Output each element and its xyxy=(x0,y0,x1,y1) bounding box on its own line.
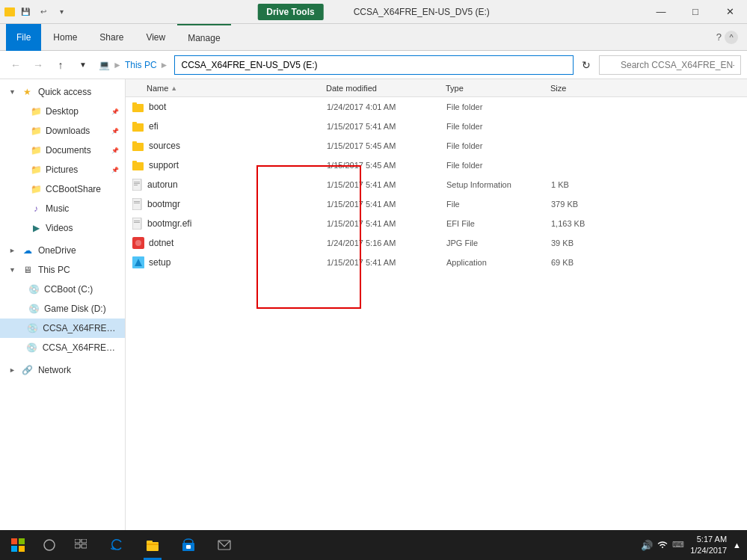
sidebar-item-videos[interactable]: ▶ Videos xyxy=(0,218,125,238)
sidebar-item-network[interactable]: ► 🔗 Network xyxy=(0,360,125,380)
file-row-dotnet[interactable]: dotnet 1/24/2017 5:16 AM JPG File 39 KB xyxy=(126,233,747,253)
file-row-efi[interactable]: efi 1/15/2017 5:41 AM File folder xyxy=(126,117,747,136)
sidebar-item-thispc[interactable]: ▼ 🖥 This PC xyxy=(0,260,125,280)
recent-locations-button[interactable]: ▼ xyxy=(73,55,93,75)
pin-icon-documents: 📌 xyxy=(111,147,119,154)
refresh-button[interactable]: ↻ xyxy=(577,55,596,75)
share-tab[interactable]: Share xyxy=(89,24,134,51)
quick-access-header[interactable]: ▼ ★ Quick access xyxy=(0,82,125,102)
pc-icon: 🖥 xyxy=(22,264,34,276)
home-tab[interactable]: Home xyxy=(43,24,87,51)
svg-rect-17 xyxy=(134,222,140,223)
col-header-size[interactable]: Size xyxy=(550,84,610,93)
file-row-sources[interactable]: sources 1/15/2017 5:45 AM File folder xyxy=(126,136,747,156)
file-rows: boot 1/24/2017 4:01 AM File folder efi 1… xyxy=(126,97,747,272)
sidebar-item-onedrive[interactable]: ► ☁ OneDrive xyxy=(0,241,125,260)
col-header-name[interactable]: Name ▲ xyxy=(132,84,326,93)
folder-icon-efi xyxy=(132,121,144,132)
search-input[interactable] xyxy=(599,55,741,75)
svg-rect-12 xyxy=(132,198,141,210)
svg-rect-39 xyxy=(147,541,153,544)
sidebar-item-gamedisk[interactable]: 💿 Game Disk (D:) xyxy=(0,299,125,319)
task-view-button[interactable] xyxy=(63,530,99,560)
file-icon-bootmgr xyxy=(132,198,143,210)
sidebar-item-downloads[interactable]: 📁 Downloads 📌 xyxy=(0,121,125,141)
sidebar-item-music[interactable]: ♪ Music xyxy=(0,199,125,218)
onedrive-arrow: ► xyxy=(9,247,16,254)
file-tab[interactable]: File xyxy=(6,24,41,51)
col-header-type[interactable]: Type xyxy=(446,84,550,93)
file-row-autorun[interactable]: autorun 1/15/2017 5:41 AM Setup Informat… xyxy=(126,175,747,194)
svg-rect-36 xyxy=(75,544,80,548)
downloads-icon: 📁 xyxy=(31,126,41,136)
svg-rect-14 xyxy=(134,203,140,203)
qat-dropdown[interactable]: ▾ xyxy=(54,4,69,19)
app-icon xyxy=(4,7,15,16)
col-header-date[interactable]: Date modified xyxy=(326,84,446,93)
forward-button[interactable]: → xyxy=(28,55,48,75)
system-icons[interactable]: 🔊 ⌨ xyxy=(641,540,684,551)
edge-button[interactable] xyxy=(99,530,135,560)
keyboard-icon[interactable]: ⌨ xyxy=(672,540,684,551)
title-bar: 💾 ↩ ▾ Drive Tools CCSA_X64FRE_EN-US_DV5 … xyxy=(0,0,747,24)
drive-tools-tab[interactable]: Drive Tools xyxy=(257,4,323,20)
svg-rect-13 xyxy=(134,201,140,202)
sidebar-item-ccsa2[interactable]: 💿 CCSA_X64FRE_EN-US xyxy=(0,338,125,357)
sidebar-item-documents[interactable]: 📁 Documents 📌 xyxy=(0,141,125,160)
cortana-button[interactable] xyxy=(36,530,63,560)
up-button[interactable]: ↑ xyxy=(51,55,70,75)
help-btn[interactable]: ? xyxy=(716,31,722,43)
svg-rect-10 xyxy=(134,183,140,184)
thispc-arrow: ▼ xyxy=(9,266,16,274)
address-input[interactable] xyxy=(174,55,574,75)
manage-tab[interactable]: Manage xyxy=(177,24,230,51)
file-row-bootmgrefi[interactable]: bootmgr.efi 1/15/2017 5:41 AM EFI File 1… xyxy=(126,214,747,233)
sidebar: ▼ ★ Quick access 📁 Desktop 📌 📁 Downloads… xyxy=(0,79,126,539)
pictures-label: Pictures xyxy=(46,164,78,175)
svg-point-33 xyxy=(44,540,55,550)
store-button[interactable] xyxy=(170,530,206,560)
desktop-label: Desktop xyxy=(46,106,79,117)
file-icon-autorun xyxy=(132,179,143,191)
expand-ribbon-btn[interactable]: ^ xyxy=(725,31,738,44)
file-list-header: Name ▲ Date modified Type Size xyxy=(126,79,747,97)
notification-area[interactable]: ▲ xyxy=(733,541,741,550)
sidebar-item-pictures[interactable]: 📁 Pictures 📌 xyxy=(0,160,125,179)
sidebar-item-ccboot[interactable]: 💿 CCBoot (C:) xyxy=(0,280,125,299)
qat-undo[interactable]: ↩ xyxy=(36,4,51,19)
network-icon: 🔗 xyxy=(22,364,34,376)
breadcrumb-thispc[interactable]: This PC xyxy=(125,60,157,70)
gamedisk-drive-label: Game Disk (D:) xyxy=(44,304,106,314)
ccbootshare-label: CCBootShare xyxy=(46,184,101,194)
minimize-button[interactable]: — xyxy=(644,0,678,24)
pictures-icon: 📁 xyxy=(31,164,41,175)
maximize-button[interactable]: □ xyxy=(678,0,713,24)
svg-rect-40 xyxy=(147,544,159,545)
file-row-support[interactable]: support 1/15/2017 5:45 AM File folder xyxy=(126,156,747,175)
file-row-boot[interactable]: boot 1/24/2017 4:01 AM File folder xyxy=(126,97,747,117)
sidebar-item-ccsa1[interactable]: 💿 CCSA_X64FRE_EN-U xyxy=(0,319,125,338)
documents-label: Documents xyxy=(46,145,91,156)
view-tab[interactable]: View xyxy=(135,24,176,51)
qat-save[interactable]: 💾 xyxy=(18,4,33,19)
onedrive-label: OneDrive xyxy=(38,245,76,256)
ccsa2-drive-label: CCSA_X64FRE_EN-US xyxy=(43,342,119,353)
file-row-bootmgr[interactable]: bootmgr 1/15/2017 5:41 AM File 379 KB xyxy=(126,194,747,214)
breadcrumb-pc[interactable]: 💻 xyxy=(99,60,110,70)
svg-rect-35 xyxy=(82,539,87,543)
sidebar-item-desktop[interactable]: 📁 Desktop 📌 xyxy=(0,102,125,121)
start-button[interactable] xyxy=(0,530,36,560)
svg-rect-9 xyxy=(134,182,140,182)
speaker-icon[interactable]: 🔊 xyxy=(641,540,653,551)
mail-button[interactable] xyxy=(206,530,242,560)
sidebar-item-ccbootshare[interactable]: 📁 CCBootShare xyxy=(0,179,125,199)
quick-access-label: Quick access xyxy=(38,87,91,97)
close-button[interactable]: ✕ xyxy=(713,0,747,24)
breadcrumb-separator2: ► xyxy=(160,60,169,70)
music-label: Music xyxy=(46,203,69,214)
file-icon-dotnet xyxy=(132,237,144,249)
explorer-button[interactable] xyxy=(135,530,170,560)
back-button[interactable]: ← xyxy=(6,55,25,75)
network-icon-taskbar[interactable] xyxy=(657,540,668,551)
file-row-setup[interactable]: setup 1/15/2017 5:41 AM Application 69 K… xyxy=(126,253,747,272)
